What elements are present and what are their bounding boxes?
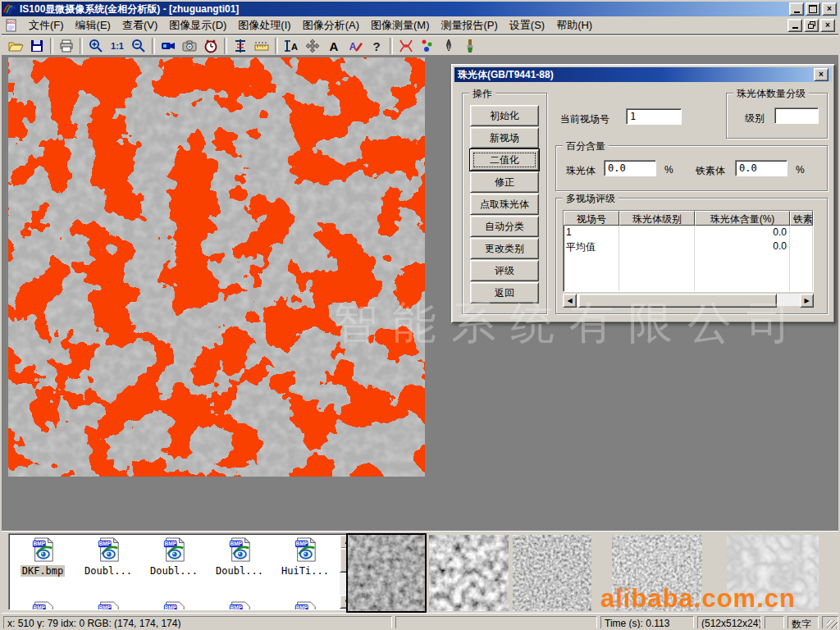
dialog-title-bar[interactable]: 珠光体(GB/T9441-88) × [454, 67, 832, 82]
scroll-right-icon[interactable]: ▶ [800, 294, 814, 308]
scroll-left-icon[interactable]: ◀ [563, 294, 577, 308]
thumbnail-2[interactable] [429, 535, 509, 611]
snapshot-button[interactable] [179, 37, 200, 55]
menu-view[interactable]: 查看(V) [116, 16, 163, 34]
cell-ferrite [790, 226, 813, 240]
pick-pearlite-button[interactable]: 点取珠光体 [470, 194, 539, 215]
minimize-button[interactable] [789, 2, 804, 16]
grading-group-label: 珠光体数量分级 [733, 87, 809, 101]
file-item-partial[interactable]: BMP [142, 601, 206, 610]
menu-help[interactable]: 帮助(H) [550, 16, 598, 34]
mdi-close-button[interactable]: × [820, 19, 835, 32]
file-item-partial[interactable]: BMP [76, 601, 140, 610]
svg-text:A: A [291, 42, 298, 52]
status-position: x: 510 y: 79 idx: 0 RGB: (174, 174, 174) [3, 616, 392, 630]
pen-tool-button[interactable] [438, 37, 459, 55]
grading-table[interactable]: 视场号 珠光体级别 珠光体含量(%) 铁素体 1 0.0 平均值 0.0 [563, 210, 814, 292]
table-horizontal-scrollbar[interactable]: ◀ ▶ [563, 294, 814, 306]
measure-label-button[interactable]: A [281, 37, 302, 55]
file-name[interactable]: Doubl... [214, 565, 265, 577]
open-button[interactable] [5, 37, 26, 55]
table-row[interactable]: 1 0.0 [564, 226, 813, 240]
micrograph-image[interactable] [8, 57, 425, 477]
bmp-file-icon: BMP [30, 537, 55, 562]
file-name[interactable]: Doubl... [83, 565, 134, 577]
file-item-partial[interactable]: BMP [208, 601, 272, 610]
thumbnail-5[interactable] [727, 535, 819, 611]
initialize-button[interactable]: 初始化 [470, 105, 539, 126]
file-name[interactable]: Doubl... [148, 565, 199, 577]
menu-image-display[interactable]: 图像显示(D) [163, 16, 232, 34]
col-pearlite-grade[interactable]: 珠光体级别 [619, 211, 695, 226]
video-camera-icon [160, 38, 176, 54]
level-input[interactable] [774, 107, 819, 124]
menu-measure-report[interactable]: 测量报告(P) [435, 16, 503, 34]
grade-button[interactable]: 评级 [470, 260, 539, 281]
change-class-button[interactable]: 更改类别 [470, 238, 539, 259]
save-button[interactable] [26, 37, 48, 55]
thumbnail-4[interactable] [612, 535, 702, 611]
resize-grip[interactable] [827, 620, 838, 630]
file-item[interactable]: BMP Doubl... [76, 537, 140, 577]
timer-button[interactable] [200, 37, 221, 55]
menu-file[interactable]: 文件(F) [23, 16, 70, 34]
status-mode: 数字 [788, 616, 819, 630]
caliper-button[interactable] [230, 37, 251, 55]
dialog-close-button[interactable]: × [814, 68, 829, 81]
file-item[interactable]: BMP HuiTi... [273, 537, 337, 577]
application-window: IS100显微摄像系统(金相分析版) - [zhuguangti01] × DO… [0, 0, 840, 630]
actual-size-button[interactable]: 1:1 [107, 37, 128, 55]
file-browser[interactable]: BMP DKF.bmp BMP Doubl... BMP Doubl... BM… [8, 533, 354, 610]
text-tool-button[interactable]: A [323, 37, 345, 55]
menu-edit[interactable]: 编辑(E) [70, 16, 116, 34]
table-row[interactable]: 平均值 0.0 [564, 240, 813, 253]
file-item-partial[interactable]: BMP [273, 601, 337, 610]
new-field-button[interactable]: 新视场 [470, 127, 539, 148]
help-button[interactable]: ? [366, 37, 387, 55]
zoom-in-button[interactable] [85, 37, 107, 55]
col-ferrite[interactable]: 铁素体 [790, 211, 813, 226]
ferrite-percent-input[interactable] [735, 160, 788, 176]
file-name[interactable]: DKF.bmp [21, 565, 66, 577]
zoom-out-button[interactable] [128, 37, 149, 55]
count-points-button[interactable] [417, 37, 438, 55]
file-item[interactable]: BMP Doubl... [142, 537, 206, 577]
file-item-partial[interactable]: BMP [11, 601, 75, 610]
thumbnail-1[interactable] [348, 535, 425, 611]
print-button[interactable] [56, 37, 77, 55]
maximize-button[interactable] [806, 2, 820, 16]
file-name[interactable]: HuiTi... [280, 565, 331, 577]
scrollbar-thumb[interactable] [578, 294, 777, 308]
pan-button[interactable] [302, 37, 323, 55]
correct-button[interactable]: 修正 [470, 171, 539, 193]
title-bar[interactable]: IS100显微摄像系统(金相分析版) - [zhuguangti01] × [2, 2, 838, 16]
ruler-button[interactable] [251, 37, 272, 55]
video-capture-button[interactable] [158, 37, 179, 55]
toolbar-separator [152, 38, 155, 54]
curve-tool-button[interactable] [395, 37, 417, 55]
file-item[interactable]: BMP Doubl... [208, 537, 272, 577]
close-button[interactable]: × [822, 2, 837, 16]
menu-image-processing[interactable]: 图像处理(I) [232, 16, 296, 34]
menu-image-measure[interactable]: 图像测量(M) [365, 16, 436, 34]
annotate-button[interactable]: A [345, 37, 366, 55]
binarize-button[interactable]: 二值化 [470, 149, 539, 171]
count-points-icon [419, 38, 436, 54]
brush-icon [462, 38, 478, 54]
mdi-minimize-button[interactable] [788, 19, 802, 32]
menu-image-analysis[interactable]: 图像分析(A) [297, 16, 365, 34]
thumbnail-3[interactable] [513, 535, 591, 611]
pearlite-percent-input[interactable] [604, 160, 656, 176]
col-pearlite-content[interactable]: 珠光体含量(%) [695, 211, 790, 226]
brush-tool-button[interactable] [459, 37, 481, 55]
col-field-number[interactable]: 视场号 [564, 211, 619, 226]
file-item[interactable]: BMP DKF.bmp [11, 537, 75, 577]
menu-settings[interactable]: 设置(S) [504, 16, 550, 34]
return-button[interactable]: 返回 [470, 282, 539, 304]
clock-icon [203, 38, 219, 54]
document-icon[interactable]: DOC [5, 19, 18, 32]
auto-classify-button[interactable]: 自动分类 [470, 216, 539, 237]
current-field-input[interactable] [626, 108, 682, 125]
zoom-out-icon [130, 38, 147, 54]
mdi-restore-button[interactable] [804, 19, 819, 32]
